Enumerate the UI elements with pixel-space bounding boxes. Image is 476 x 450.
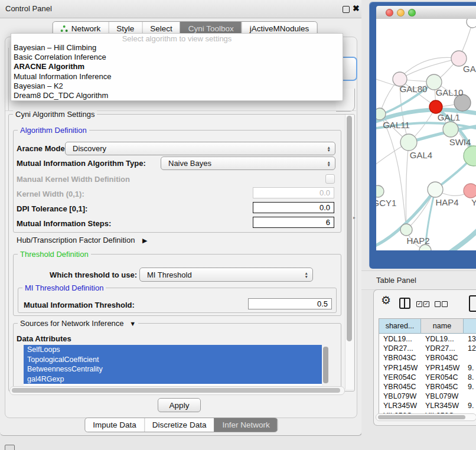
table-cell[interactable]: YER054C [421, 373, 464, 382]
table-cell[interactable]: YDR27... [421, 344, 464, 353]
network-node-label: Y [471, 197, 476, 207]
algorithm-option[interactable]: Bayesian – Hill Climbing [11, 43, 343, 53]
sources-title-toggle[interactable]: Sources for Network Inference ▼ [18, 319, 138, 328]
which-threshold-value: MI Threshold [147, 270, 192, 279]
network-node[interactable] [376, 108, 386, 120]
network-node[interactable] [467, 19, 476, 28]
data-attribute-item[interactable]: TopologicalCoefficient [24, 355, 322, 365]
network-node[interactable] [429, 100, 442, 113]
manual-kernel-checkbox[interactable] [325, 174, 335, 184]
select-all-check-icon[interactable]: ✓ [416, 301, 422, 307]
network-node[interactable] [376, 185, 384, 197]
table-cell[interactable]: 9. [464, 401, 476, 410]
table-cell[interactable]: 12 [464, 344, 476, 353]
collapse-down-icon[interactable]: ▼ [129, 320, 136, 327]
network-node[interactable] [400, 224, 412, 236]
table-cell[interactable]: YLR345W [379, 401, 421, 410]
network-node[interactable] [464, 184, 476, 198]
mi-steps-field[interactable]: 6 [253, 217, 334, 228]
table-cell[interactable]: YBR043C [421, 353, 464, 363]
table-cell[interactable]: YER054C [379, 373, 421, 382]
bottom-tab-infer-network[interactable]: Infer Network [214, 418, 277, 432]
settings-hscrollbar-thumb[interactable] [12, 388, 340, 393]
settings-vertical-scrollbar[interactable] [345, 115, 354, 389]
settings-scrollbar-thumb[interactable] [347, 116, 352, 341]
hub-section-toggle[interactable]: Hub/Transcription Factor Definition ▶ [17, 236, 147, 244]
data-attribute-item[interactable]: SelfLoops [24, 345, 322, 355]
algorithm-option[interactable]: Bayesian – K2 [11, 81, 343, 91]
algorithm-option[interactable]: Basic Correlation Inference [11, 53, 343, 62]
panel-divider-collapse-icon[interactable]: ▸ [353, 215, 356, 220]
data-attributes-list[interactable]: SelfLoopsTopologicalCoefficientBetweenne… [24, 345, 322, 386]
gear-icon[interactable]: ⚙ [381, 294, 391, 307]
collapse-right-icon[interactable]: ▶ [142, 237, 147, 244]
network-node-label: GAL11 [383, 120, 410, 130]
table-horizontal-scrollbar[interactable] [376, 413, 476, 421]
network-canvas[interactable]: GALGAL80GAL10GAL1GAL11SWI4GAL4GCY1HAP4YH… [376, 19, 476, 250]
attributes-scrollbar-thumb[interactable] [323, 347, 328, 383]
table-cell[interactable]: YBL079W [421, 392, 464, 401]
float-window-icon[interactable] [343, 6, 350, 13]
table-cell[interactable]: YLR345W [421, 401, 464, 410]
table-column-header[interactable] [464, 319, 476, 334]
network-node[interactable] [443, 122, 458, 137]
table-hscrollbar-thumb[interactable] [378, 415, 465, 419]
aracne-mode-select[interactable]: Discovery ▲▼ [65, 142, 335, 155]
dpi-tolerance-field[interactable]: 0.0 [253, 202, 334, 213]
manual-kernel-label: Manual Kernel Width Definition [17, 175, 130, 184]
mi-type-select[interactable]: Naive Bayes ▲▼ [161, 156, 335, 170]
table-cell[interactable]: YDL19... [421, 334, 464, 344]
table-cell[interactable]: YBR045C [421, 382, 464, 392]
tab-label: Style [116, 24, 134, 33]
table-cell[interactable]: YBR045C [379, 382, 421, 392]
table-cell[interactable]: 8. [464, 373, 476, 382]
zoom-traffic-light[interactable] [408, 9, 416, 17]
algorithm-option[interactable]: ARACNE Algorithm [11, 62, 343, 71]
close-window-icon[interactable]: ✖ [353, 4, 360, 13]
table-cell[interactable]: YDL19... [379, 334, 421, 344]
page-icon[interactable] [469, 295, 476, 312]
table-cell[interactable]: YBL079W [379, 392, 421, 401]
table-cell[interactable]: YBR043C [379, 353, 421, 363]
data-attribute-item[interactable]: gal4RGexp [24, 374, 322, 384]
algorithm-option[interactable]: Dream8 DC_TDC Algorithm [11, 91, 343, 100]
select-all-check-icon[interactable]: ✓ [423, 301, 429, 307]
kernel-width-label: Kernel Width (0,1): [17, 190, 84, 198]
split-columns-icon[interactable] [399, 298, 410, 309]
kernel-width-field[interactable]: 0.0 [253, 187, 334, 198]
deselect-box-icon[interactable] [435, 301, 441, 307]
mi-threshold-field[interactable]: 0.5 [248, 298, 332, 309]
data-attribute-item[interactable]: BetweennessCentrality [24, 364, 322, 374]
which-threshold-select[interactable]: MI Threshold ▲▼ [139, 268, 313, 282]
network-node[interactable] [400, 134, 417, 151]
algorithm-dropdown-popup: Select algorithm to view settings Bayesi… [11, 33, 343, 101]
table-cell[interactable]: 13 [464, 334, 476, 344]
bottom-tab-impute-data[interactable]: Impute Data [85, 418, 144, 432]
table-cell[interactable]: YPR145W [379, 363, 421, 373]
table-cell[interactable] [464, 392, 476, 401]
table-cell[interactable] [464, 353, 476, 363]
bottom-tab-discretize-data[interactable]: Discretize Data [144, 418, 214, 432]
apply-button[interactable]: Apply [158, 398, 201, 412]
algorithm-prompt: Select algorithm to view settings [11, 34, 343, 43]
network-node-label: GCY1 [376, 198, 396, 208]
table-cell[interactable]: YDR27... [379, 344, 421, 353]
clipped-icon-fragment [5, 445, 15, 450]
settings-horizontal-scrollbar[interactable] [9, 386, 345, 395]
tab-label: Select [150, 24, 172, 33]
table-panel-window: ⚙ ✓ ✓ shared...name YDL19...YDL19...13YD… [373, 289, 476, 426]
network-node[interactable] [428, 182, 443, 197]
table-column-header[interactable]: shared... [379, 319, 421, 334]
network-window-titlebar[interactable] [376, 6, 476, 19]
control-panel-title: Control Panel [5, 0, 52, 18]
network-node-label: GAL [463, 64, 476, 74]
algorithm-option[interactable]: Mutual Information Inference [11, 72, 343, 81]
minimize-traffic-light[interactable] [397, 9, 405, 17]
table-cell[interactable]: 9. [464, 382, 476, 392]
deselect-box-icon[interactable] [442, 301, 448, 307]
table-cell[interactable]: YPR145W [421, 363, 464, 373]
close-traffic-light[interactable] [386, 9, 393, 17]
cyni-algorithm-settings-title: Cyni Algorithm Settings [13, 110, 97, 119]
table-cell[interactable]: 9. [464, 363, 476, 373]
table-column-header[interactable]: name [421, 319, 464, 334]
